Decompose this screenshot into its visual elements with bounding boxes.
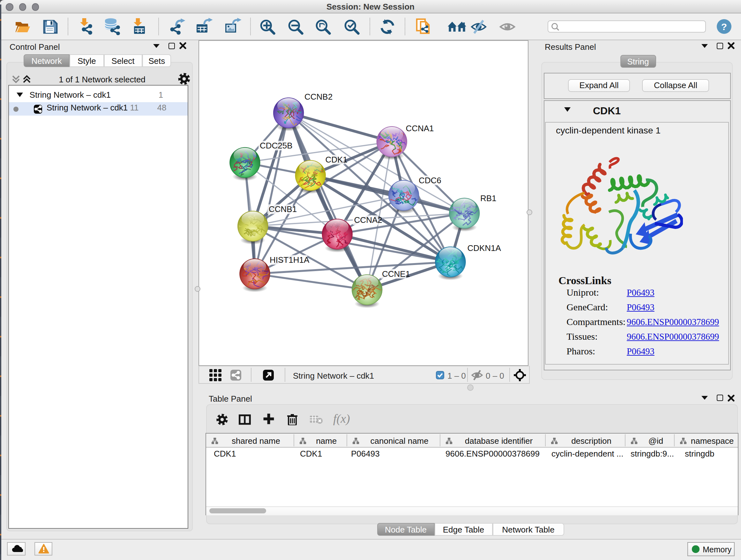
svg-text:CCNA1: CCNA1 [405, 124, 433, 133]
svg-text:CCNA2: CCNA2 [354, 215, 382, 225]
svg-text:CCNB2: CCNB2 [304, 92, 332, 102]
svg-text:CDC25B: CDC25B [259, 141, 292, 150]
svg-text:CCNE1: CCNE1 [382, 269, 410, 279]
svg-text:CDC6: CDC6 [418, 176, 441, 185]
svg-text:HIST1H1A: HIST1H1A [269, 255, 309, 265]
svg-text:CDKN1A: CDKN1A [467, 243, 501, 253]
svg-text:CDK1: CDK1 [325, 155, 347, 165]
svg-text:RB1: RB1 [480, 193, 496, 203]
svg-text:CCNB1: CCNB1 [268, 204, 296, 214]
